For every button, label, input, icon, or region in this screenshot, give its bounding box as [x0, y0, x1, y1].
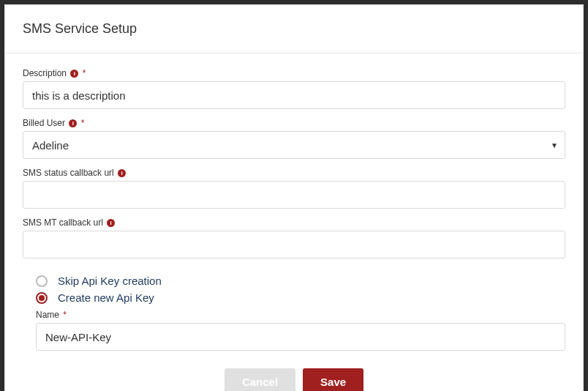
info-icon[interactable]: i: [69, 119, 77, 127]
api-key-radio-group: Skip Api Key creation Create new Api Key: [36, 275, 565, 304]
info-icon[interactable]: i: [107, 219, 115, 227]
sms-mt-callback-group: SMS MT callback url i: [23, 217, 565, 258]
sms-service-setup-modal: SMS Service Setup Description i * Billed…: [4, 4, 584, 391]
description-group: Description i *: [23, 68, 565, 109]
sms-mt-callback-label: SMS MT callback url i: [23, 217, 565, 228]
create-api-key-label: Create new Api Key: [58, 291, 154, 304]
sms-status-callback-label: SMS status callback url i: [23, 168, 565, 178]
billed-user-label: Billed User i *: [23, 118, 565, 128]
description-label: Description i *: [23, 68, 565, 78]
description-input[interactable]: [23, 81, 565, 109]
button-row: Cancel Save: [23, 368, 565, 391]
cancel-button[interactable]: Cancel: [225, 368, 295, 391]
info-icon[interactable]: i: [70, 70, 78, 78]
required-star: *: [63, 310, 67, 320]
api-key-name-label-text: Name: [36, 310, 59, 320]
modal-title: SMS Service Setup: [23, 21, 565, 37]
sms-status-callback-group: SMS status callback url i: [23, 168, 565, 209]
modal-body: Description i * Billed User i * Adeline …: [5, 53, 583, 391]
skip-api-key-radio[interactable]: Skip Api Key creation: [36, 275, 565, 287]
description-label-text: Description: [23, 68, 67, 78]
required-star: *: [83, 68, 86, 78]
billed-user-select-wrapper: Adeline ▼: [23, 131, 565, 159]
sms-status-callback-input[interactable]: [23, 181, 565, 209]
billed-user-select[interactable]: Adeline: [23, 131, 565, 159]
radio-icon-selected: [36, 292, 48, 304]
api-key-name-label: Name *: [36, 310, 565, 320]
info-icon[interactable]: i: [118, 169, 126, 177]
sms-mt-callback-label-text: SMS MT callback url: [23, 217, 103, 228]
billed-user-label-text: Billed User: [23, 118, 65, 128]
billed-user-group: Billed User i * Adeline ▼: [23, 118, 565, 159]
required-star: *: [81, 118, 85, 128]
page-background: SMS Service Setup Description i * Billed…: [4, 4, 584, 391]
save-button[interactable]: Save: [303, 368, 363, 391]
radio-dot: [39, 295, 45, 301]
radio-icon: [36, 275, 48, 287]
api-key-name-input[interactable]: [36, 323, 565, 351]
sms-status-callback-label-text: SMS status callback url: [23, 168, 114, 178]
api-key-name-group: Name *: [36, 310, 565, 351]
skip-api-key-label: Skip Api Key creation: [58, 275, 162, 287]
modal-header: SMS Service Setup: [5, 5, 583, 53]
create-api-key-radio[interactable]: Create new Api Key: [36, 291, 565, 304]
sms-mt-callback-input[interactable]: [23, 231, 565, 258]
